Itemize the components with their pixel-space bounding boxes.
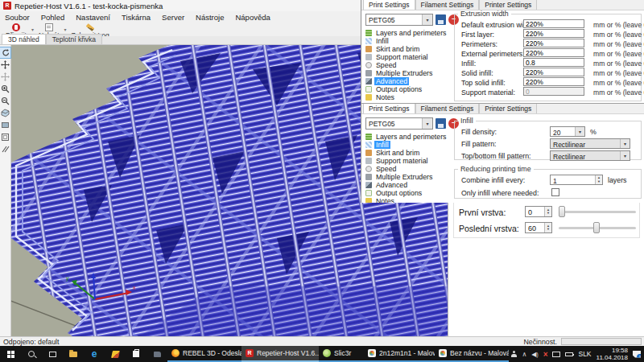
menu-nastroje[interactable]: Nástroje: [196, 13, 224, 22]
menu-pohled[interactable]: Pohled: [41, 13, 65, 22]
menu-tiskarna[interactable]: Tiskárna: [122, 13, 151, 22]
preset-dropdown[interactable]: PETG05 ▾: [365, 14, 433, 26]
infill-width-input[interactable]: [523, 58, 584, 67]
category-infill[interactable]: Infill: [365, 141, 456, 149]
solid-infill-width-input[interactable]: [523, 68, 584, 76]
menu-nastaveni[interactable]: Nastavení: [76, 13, 110, 22]
tab-temperature-curve[interactable]: Teplotní křivka: [46, 34, 102, 44]
edge-button[interactable]: e: [84, 346, 105, 362]
category-advanced[interactable]: Advanced: [365, 77, 456, 85]
category-advanced[interactable]: Advanced: [365, 181, 456, 189]
tab-printer-settings[interactable]: Printer Settings: [479, 103, 537, 113]
category-layers-perimeters[interactable]: Layers and perimeters: [365, 133, 456, 141]
category-support-material[interactable]: Support material: [365, 157, 456, 165]
top-view-button[interactable]: [0, 132, 10, 142]
language-indicator[interactable]: SLK: [578, 350, 591, 358]
last-layer-slider-handle[interactable]: [593, 222, 600, 233]
tab-3d-preview[interactable]: 3D náhled: [2, 34, 46, 44]
taskbar-firefox-window[interactable]: REBEL 3D - Odeslat...: [167, 346, 242, 362]
rotate-view-button[interactable]: [0, 47, 10, 58]
settings-category-list: Layers and perimeters Infill Skirt and b…: [365, 29, 456, 101]
category-output-options[interactable]: Output options: [365, 85, 456, 93]
front-view-button[interactable]: [0, 120, 10, 130]
extruders-icon: [365, 70, 372, 76]
first-layer-stepper[interactable]: 0 ▲▼: [525, 206, 552, 217]
top-solid-infill-width-input[interactable]: [523, 77, 584, 86]
menu-napoveda[interactable]: Nápověda: [235, 13, 270, 22]
top-bottom-fill-pattern-dropdown[interactable]: Rectilinear ▾: [550, 150, 630, 161]
menu-soubor[interactable]: Soubor: [5, 13, 30, 22]
field-solid-infill: Solid infill:mm or % (leave 0 for defaul…: [461, 68, 493, 78]
notification-badge: 1: [637, 354, 643, 360]
taskbar-paint-window-1[interactable]: 2n12m1n1 - Malov...: [364, 346, 435, 362]
hidden-icons-chevron[interactable]: ∧: [522, 351, 526, 358]
taskbar-search-button[interactable]: [21, 346, 42, 362]
parallel-projection-button[interactable]: [0, 144, 10, 154]
people-icon[interactable]: [511, 351, 517, 357]
category-speed[interactable]: Speed: [365, 165, 456, 173]
menu-server[interactable]: Server: [162, 13, 184, 22]
only-infill-checkbox[interactable]: [551, 188, 559, 196]
category-notes[interactable]: Notes: [365, 93, 456, 101]
preset-dropdown[interactable]: PETG05 ▾: [365, 117, 433, 130]
tab-print-settings[interactable]: Print Settings: [363, 0, 415, 10]
windows-logo-icon: [7, 351, 14, 358]
antivirus-icon[interactable]: ×: [543, 350, 548, 359]
stepper-arrows-icon[interactable]: ▲▼: [544, 207, 551, 216]
clock[interactable]: 19:58 11.04.2018: [597, 347, 628, 361]
save-preset-icon[interactable]: [436, 14, 446, 25]
fill-pattern-dropdown[interactable]: Rectilinear ▾: [550, 138, 630, 149]
category-infill[interactable]: Infill: [365, 37, 456, 45]
isometric-view-button[interactable]: [0, 108, 10, 118]
first-layer-width-input[interactable]: [523, 29, 584, 38]
battery-icon[interactable]: [565, 352, 573, 356]
taskbar-repetier-window[interactable]: R Repetier-Host V1.6...: [242, 346, 319, 362]
last-layer-row: Poslední vrstva: 60 ▲▼: [457, 221, 638, 236]
search-icon: [28, 351, 35, 357]
category-skirt-brim[interactable]: Skirt and brim: [365, 149, 456, 157]
speaker-icon[interactable]: ◀): [531, 351, 538, 358]
taskbar-slic3r-window[interactable]: Slic3r: [319, 346, 364, 362]
combine-infill-stepper[interactable]: 1 ▲▼: [550, 175, 603, 185]
task-view-button[interactable]: [42, 346, 63, 362]
last-layer-stepper[interactable]: 60 ▲▼: [525, 222, 552, 233]
category-notes[interactable]: Notes: [365, 197, 456, 203]
external-perimeters-width-input[interactable]: [523, 48, 584, 57]
load-dropdown-arrow[interactable]: ▾: [64, 27, 67, 32]
system-tray: ∧ ◀) × SLK 19:58 11.04.2018 1: [511, 346, 644, 362]
zoom-in-button[interactable]: [0, 84, 10, 94]
default-extrusion-width-input[interactable]: [523, 19, 584, 28]
action-center-icon[interactable]: 1: [633, 351, 641, 358]
category-multiple-extruders[interactable]: Multiple Extruders: [365, 173, 456, 181]
stepper-arrows-icon[interactable]: ▲▼: [544, 223, 551, 232]
connect-dropdown-arrow[interactable]: ▾: [31, 27, 34, 32]
tab-print-settings[interactable]: Print Settings: [363, 103, 415, 113]
stepper-arrows-icon[interactable]: ▲▼: [595, 175, 602, 184]
category-layers-perimeters[interactable]: Layers and perimeters: [365, 29, 456, 37]
perimeters-width-input[interactable]: [523, 39, 584, 47]
last-layer-slider[interactable]: [559, 222, 636, 233]
first-layer-slider[interactable]: [559, 206, 636, 217]
save-preset-icon[interactable]: [436, 118, 446, 129]
category-skirt-brim[interactable]: Skirt and brim: [365, 45, 456, 53]
category-output-options[interactable]: Output options: [365, 189, 456, 197]
store-button[interactable]: [126, 346, 147, 362]
tab-printer-settings[interactable]: Printer Settings: [479, 0, 537, 10]
field-fill-density: Fill density: 20 ▾ %: [461, 127, 497, 137]
zoom-out-button[interactable]: [0, 96, 10, 106]
taskbar-paint-window-2[interactable]: Bez názvu - Malová...: [435, 346, 509, 362]
move-object-button[interactable]: [0, 60, 10, 70]
tab-filament-settings[interactable]: Filament Settings: [415, 0, 480, 10]
display-icon[interactable]: [552, 352, 560, 357]
first-layer-slider-handle[interactable]: [559, 206, 565, 217]
start-button[interactable]: [0, 346, 21, 362]
category-support-material[interactable]: Support material: [365, 53, 456, 61]
move-viewport-button[interactable]: [0, 72, 10, 82]
category-speed[interactable]: Speed: [365, 61, 456, 69]
tab-filament-settings[interactable]: Filament Settings: [415, 103, 480, 113]
pinned-app-button-2[interactable]: [147, 346, 167, 362]
category-multiple-extruders[interactable]: Multiple Extruders: [365, 69, 456, 77]
pinned-app-button[interactable]: [105, 346, 126, 362]
fill-density-combo[interactable]: 20 ▾: [550, 126, 585, 137]
file-explorer-button[interactable]: [63, 346, 84, 362]
